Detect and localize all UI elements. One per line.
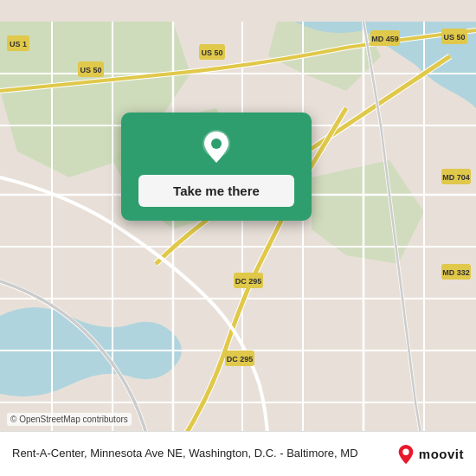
map-background: US 1 US 50 US 50 US 50 MD 459 MD 704 MD … xyxy=(0,0,476,476)
svg-point-38 xyxy=(211,138,222,149)
svg-text:US 1: US 1 xyxy=(10,40,27,48)
svg-text:US 50: US 50 xyxy=(443,33,465,42)
map-container: US 1 US 50 US 50 US 50 MD 459 MD 704 MD … xyxy=(0,0,476,476)
svg-text:DC 295: DC 295 xyxy=(235,277,262,286)
svg-text:MD 332: MD 332 xyxy=(442,268,470,277)
bottom-bar: Rent-A-Center, Minnesota Ave NE, Washing… xyxy=(0,431,476,476)
moovit-logo: moovit xyxy=(397,444,464,465)
moovit-logo-icon xyxy=(397,444,415,465)
svg-text:MD 704: MD 704 xyxy=(442,173,470,182)
osm-credit: © OpenStreetMap contributors xyxy=(7,413,132,426)
svg-point-39 xyxy=(402,448,408,454)
svg-text:US 50: US 50 xyxy=(80,66,101,74)
take-me-there-button[interactable]: Take me there xyxy=(138,175,294,207)
moovit-brand-name: moovit xyxy=(419,447,464,461)
svg-text:US 50: US 50 xyxy=(201,48,222,57)
location-pin-icon xyxy=(197,128,235,166)
location-text: Rent-A-Center, Minnesota Ave NE, Washing… xyxy=(12,446,397,461)
popup-card: Take me there xyxy=(121,113,312,221)
svg-text:DC 295: DC 295 xyxy=(227,355,254,363)
svg-text:MD 459: MD 459 xyxy=(371,35,399,43)
